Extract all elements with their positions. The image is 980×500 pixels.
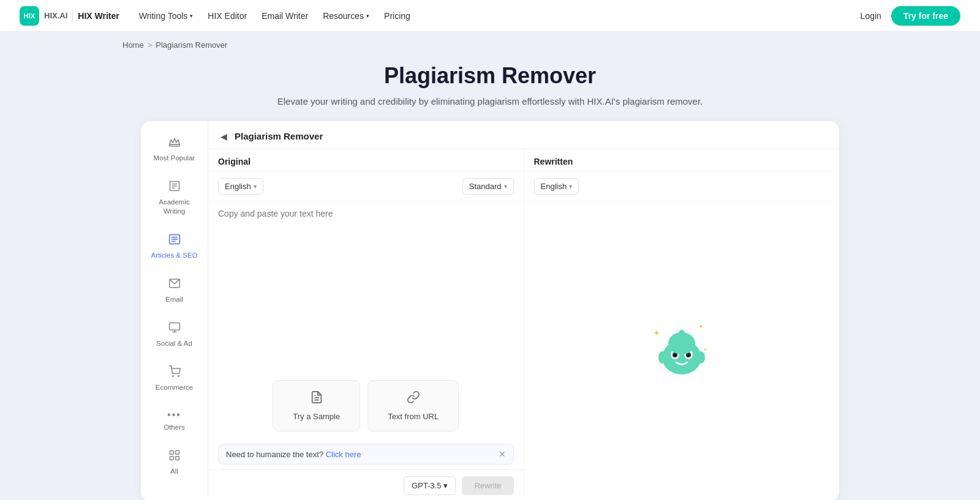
original-lang-mode-row: English ▾ Standard ▾ <box>208 172 524 201</box>
rewrite-button[interactable]: Rewrite <box>462 476 513 495</box>
try-sample-button[interactable]: Try a Sample <box>273 380 360 431</box>
rewritten-lang-label: English <box>541 182 567 191</box>
original-text-input[interactable] <box>218 209 514 365</box>
svg-rect-18 <box>175 456 179 460</box>
try-sample-label: Try a Sample <box>293 412 340 421</box>
logo-divider <box>72 10 73 22</box>
gpt-model-label: GPT-3.5 <box>412 481 441 490</box>
humanize-link[interactable]: Click here <box>326 450 361 459</box>
chevron-down-icon-2: ▾ <box>366 13 369 19</box>
sample-doc-icon <box>310 390 323 407</box>
navbar: HIX HIX.AI HIX Writer Writing Tools ▾ HI… <box>0 0 980 32</box>
logo-icon: HIX <box>20 6 39 26</box>
sidebar-label-ecommerce: Ecommerce <box>156 383 193 392</box>
login-button[interactable]: Login <box>861 11 881 21</box>
back-button[interactable]: ◀ <box>221 132 227 141</box>
sidebar-item-articles[interactable]: Articles & SEO <box>146 227 203 266</box>
original-language-select[interactable]: English ▾ <box>218 178 263 195</box>
svg-rect-16 <box>175 450 179 454</box>
sidebar-item-email[interactable]: Email <box>146 271 203 310</box>
sidebar-item-all[interactable]: All <box>146 443 203 482</box>
rewritten-column: Rewritten English ▾ ✦ <box>524 149 840 500</box>
breadcrumb: Home > Plagiarism Remover <box>0 32 980 58</box>
gpt-chevron-icon: ▾ <box>443 481 448 490</box>
humanize-banner: Need to humanize the text? Click here ✕ <box>218 444 514 465</box>
try-free-button[interactable]: Try for free <box>891 6 960 26</box>
original-column: Original English ▾ Standard ▾ <box>208 149 524 500</box>
logo-text: HIX.AI <box>44 11 67 20</box>
product-name: HIX Writer <box>78 11 119 21</box>
original-lang-label: English <box>225 182 251 191</box>
social-icon <box>168 321 181 337</box>
text-from-url-label: Text from URL <box>388 412 439 421</box>
url-link-icon <box>407 390 420 407</box>
email-icon <box>168 277 181 293</box>
tool-header-title: Plagiarism Remover <box>235 131 323 141</box>
hero-subtitle: Elevate your writing and credibility by … <box>0 96 980 106</box>
tool-header: ◀ Plagiarism Remover <box>208 121 839 149</box>
articles-icon <box>168 233 181 248</box>
mode-select[interactable]: Standard ▾ <box>462 178 514 195</box>
rewritten-language-select[interactable]: English ▾ <box>534 178 579 195</box>
svg-rect-0 <box>169 144 179 146</box>
hero-section: Plagiarism Remover Elevate your writing … <box>0 58 980 121</box>
text-area-wrap <box>208 201 524 373</box>
nav-links: Writing Tools ▾ HIX Editor Email Writer … <box>139 11 410 21</box>
nav-hix-editor[interactable]: HIX Editor <box>208 11 247 21</box>
svg-text:✦: ✦ <box>698 323 703 330</box>
nav-writing-tools[interactable]: Writing Tools ▾ <box>139 11 194 21</box>
nav-logo: HIX HIX.AI HIX Writer <box>20 6 119 26</box>
chevron-down-icon: ▾ <box>190 13 193 19</box>
original-lang-chevron: ▾ <box>254 183 257 190</box>
sidebar-label-others: Others <box>164 423 185 432</box>
sidebar-label-all: All <box>170 467 178 476</box>
sidebar-item-others[interactable]: ••• Others <box>146 403 203 438</box>
svg-point-13 <box>172 375 173 376</box>
breadcrumb-home[interactable]: Home <box>123 40 144 50</box>
bottom-toolbar: GPT-3.5 ▾ Rewrite <box>208 469 524 500</box>
tool-card: Most Popular Academic Writing Articles &… <box>141 121 839 500</box>
svg-point-32 <box>679 330 685 336</box>
all-icon <box>168 449 181 465</box>
sample-buttons: Try a Sample Text from URL <box>208 373 524 439</box>
academic-icon <box>168 180 181 195</box>
rewritten-content: ✦ ✦ ✦ <box>524 201 840 500</box>
svg-point-29 <box>658 351 666 364</box>
sidebar: Most Popular Academic Writing Articles &… <box>141 121 208 500</box>
svg-text:✦: ✦ <box>703 347 707 353</box>
sidebar-item-ecommerce[interactable]: Ecommerce <box>146 359 203 398</box>
sidebar-label-social: Social & Ad <box>156 339 192 348</box>
nav-pricing[interactable]: Pricing <box>384 11 410 21</box>
page-title: Plagiarism Remover <box>0 63 980 89</box>
sidebar-item-social[interactable]: Social & Ad <box>146 315 203 354</box>
original-header: Original <box>208 149 524 172</box>
others-icon: ••• <box>167 409 181 420</box>
mode-chevron: ▾ <box>504 183 507 190</box>
sidebar-label-email: Email <box>165 295 183 304</box>
sidebar-label-articles: Articles & SEO <box>151 251 197 260</box>
columns: Original English ▾ Standard ▾ <box>208 149 839 500</box>
svg-rect-15 <box>170 450 173 454</box>
mascot-wrap: ✦ ✦ ✦ <box>648 318 715 385</box>
nav-resources[interactable]: Resources ▾ <box>323 11 369 21</box>
mode-label: Standard <box>469 182 502 191</box>
crown-icon <box>168 136 181 151</box>
breadcrumb-separator: > <box>148 40 153 50</box>
rewritten-lang-row: English ▾ <box>524 172 840 201</box>
humanize-close-button[interactable]: ✕ <box>499 449 506 459</box>
nav-email-writer[interactable]: Email Writer <box>262 11 308 21</box>
sidebar-item-most-popular[interactable]: Most Popular <box>146 130 203 169</box>
svg-rect-10 <box>169 323 179 330</box>
main-content: Most Popular Academic Writing Articles &… <box>0 121 980 500</box>
mascot-icon: ✦ ✦ ✦ <box>648 318 715 385</box>
sidebar-item-academic[interactable]: Academic Writing <box>146 174 203 222</box>
rewritten-lang-chevron: ▾ <box>569 183 572 190</box>
svg-point-14 <box>178 375 179 376</box>
gpt-model-select[interactable]: GPT-3.5 ▾ <box>404 476 456 495</box>
text-from-url-button[interactable]: Text from URL <box>368 380 459 431</box>
panel-main: ◀ Plagiarism Remover Original English ▾ … <box>208 121 839 500</box>
nav-right: Login Try for free <box>861 6 960 26</box>
sidebar-label-academic: Academic Writing <box>151 198 198 216</box>
sidebar-label-most-popular: Most Popular <box>154 154 195 163</box>
ecommerce-icon <box>168 365 181 381</box>
